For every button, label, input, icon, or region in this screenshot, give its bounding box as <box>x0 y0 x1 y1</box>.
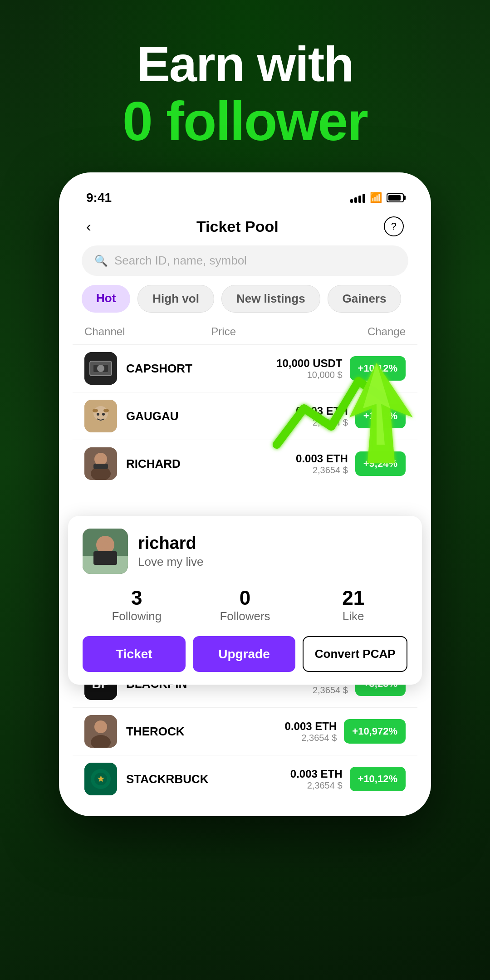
row-channel-name: GAUGAU <box>126 409 296 423</box>
filter-tabs: Hot High vol New listings Gainers <box>73 285 417 322</box>
avatar <box>84 352 117 385</box>
upgrade-button[interactable]: Upgrade <box>193 636 296 672</box>
profile-name: richard <box>138 534 204 553</box>
stat-following: 3 Following <box>83 587 191 623</box>
battery-icon <box>387 193 404 202</box>
svg-point-5 <box>93 406 108 421</box>
help-button[interactable]: ? <box>384 216 404 236</box>
svg-point-22 <box>94 720 107 733</box>
tab-newlistings[interactable]: New listings <box>221 285 320 313</box>
table-row[interactable]: CAPSHORT 10,000 USDT 10,000 $ +10,12% <box>73 344 417 392</box>
row-price: 10,000 USDT 10,000 $ <box>276 357 342 380</box>
tab-highvol[interactable]: High vol <box>137 285 214 313</box>
profile-actions: Ticket Upgrade Convert PCAP <box>83 636 407 672</box>
row-price: 0.003 ETH 2,3654 $ <box>296 405 348 428</box>
phone-mockup: 9:41 📶 ‹ Ticket Pool ? 🔍 <box>59 172 431 816</box>
search-bar[interactable]: 🔍 Search ID, name, symbol <box>82 245 408 276</box>
avatar <box>84 400 117 432</box>
convert-button[interactable]: Convert PCAP <box>303 636 407 672</box>
svg-point-7 <box>103 409 109 412</box>
table-header: Channel Price Change <box>73 322 417 344</box>
following-count: 3 <box>83 587 191 609</box>
status-icons: 📶 <box>350 192 404 204</box>
stat-like: 21 Like <box>299 587 407 623</box>
row-price: 0.003 ETH 2,3654 $ <box>296 452 348 475</box>
row-change-badge: +10,12% <box>350 767 406 791</box>
hero-line1: Earn with <box>0 36 490 91</box>
ticket-button[interactable]: Ticket <box>83 636 186 672</box>
profile-info: richard Love my live <box>138 534 204 569</box>
col-channel: Channel <box>84 325 125 338</box>
phone-frame: 9:41 📶 ‹ Ticket Pool ? 🔍 <box>59 172 431 816</box>
followers-label: Followers <box>191 609 299 623</box>
col-price: Price <box>211 325 236 338</box>
profile-card: richard Love my live 3 Following 0 Follo… <box>68 516 422 685</box>
search-icon: 🔍 <box>94 255 108 267</box>
signal-icon <box>350 193 365 203</box>
profile-stats: 3 Following 0 Followers 21 Like <box>83 587 407 623</box>
avatar <box>84 715 117 748</box>
avatar: ★ <box>84 763 117 795</box>
app-header: ‹ Ticket Pool ? <box>73 212 417 245</box>
hero-line2: 0 follower <box>0 91 490 151</box>
status-time: 9:41 <box>86 191 112 205</box>
row-channel-name: THEROCK <box>126 725 285 739</box>
tab-hot[interactable]: Hot <box>82 285 130 313</box>
col-change: Change <box>368 325 406 338</box>
profile-avatar <box>83 529 128 574</box>
profile-header: richard Love my live <box>83 529 407 574</box>
followers-count: 0 <box>191 587 299 609</box>
like-count: 21 <box>299 587 407 609</box>
row-change-badge: +9,24% <box>355 451 406 476</box>
row-change-badge: +10,12% <box>350 356 406 381</box>
wifi-icon: 📶 <box>370 192 382 204</box>
svg-point-11 <box>94 453 107 466</box>
row-price: 0.003 ETH 2,3654 $ <box>285 720 337 743</box>
table-row[interactable]: THEROCK 0.003 ETH 2,3654 $ +10,972% <box>73 707 417 755</box>
svg-point-3 <box>97 365 104 372</box>
svg-text:★: ★ <box>97 774 105 784</box>
like-label: Like <box>299 609 407 623</box>
svg-rect-13 <box>93 464 108 469</box>
table-row[interactable]: RICHARD 0.003 ETH 2,3654 $ +9,24% <box>73 440 417 487</box>
page-title: Ticket Pool <box>196 218 279 235</box>
row-channel-name: CAPSHORT <box>126 362 276 376</box>
table-row[interactable]: ★ STACKRBUCK 0.003 ETH 2,3654 $ +10,12% <box>73 755 417 803</box>
row-change-badge: +10,972% <box>344 719 406 744</box>
search-input[interactable]: Search ID, name, symbol <box>114 254 247 268</box>
avatar <box>84 447 117 480</box>
tab-gainers[interactable]: Gainers <box>328 285 402 313</box>
hero-section: Earn with 0 follower <box>0 0 490 151</box>
table-row[interactable]: GAUGAU 0.003 ETH 2,3654 $ +1,12% <box>73 392 417 440</box>
svg-point-8 <box>97 413 99 416</box>
status-bar: 9:41 📶 <box>73 186 417 212</box>
svg-point-18 <box>102 541 109 549</box>
svg-point-9 <box>102 413 105 416</box>
svg-rect-17 <box>93 551 117 565</box>
back-button[interactable]: ‹ <box>86 218 91 235</box>
row-channel-name: RICHARD <box>126 457 296 471</box>
row-price: 0.003 ETH 2,3654 $ <box>290 768 343 791</box>
stat-followers: 0 Followers <box>191 587 299 623</box>
row-change-badge: +1,12% <box>355 404 406 428</box>
profile-bio: Love my live <box>138 555 204 569</box>
row-channel-name: STACKRBUCK <box>126 772 290 786</box>
following-label: Following <box>83 609 191 623</box>
svg-point-6 <box>93 409 98 412</box>
